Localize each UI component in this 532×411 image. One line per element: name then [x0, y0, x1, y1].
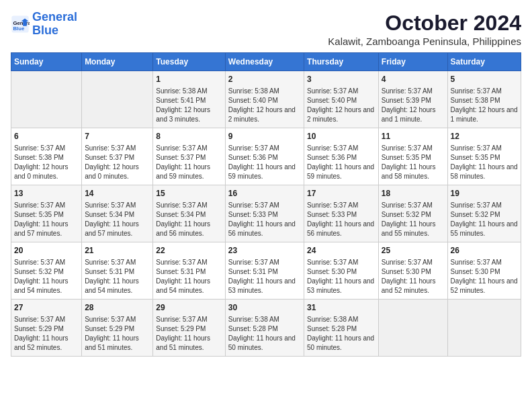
- calendar-cell: 8Sunrise: 5:37 AMSunset: 5:37 PMDaylight…: [153, 128, 225, 185]
- day-info: Sunset: 5:32 PM: [14, 267, 79, 277]
- page-subtitle: Kalawit, Zamboanga Peninsula, Philippine…: [328, 36, 521, 47]
- day-number: 26: [451, 245, 518, 257]
- day-info: Daylight: 11 hours and 59 minutes.: [228, 163, 301, 181]
- calendar-header-row: SundayMondayTuesdayWednesdayThursdayFrid…: [11, 53, 521, 71]
- day-info: Sunset: 5:36 PM: [228, 153, 301, 163]
- page-title: October 2024: [328, 11, 521, 36]
- week-row-1: 1Sunrise: 5:38 AMSunset: 5:41 PMDaylight…: [11, 71, 521, 128]
- calendar-cell: 11Sunrise: 5:37 AMSunset: 5:35 PMDayligh…: [378, 128, 447, 185]
- day-number: 17: [307, 188, 375, 199]
- calendar-cell: 29Sunrise: 5:37 AMSunset: 5:29 PMDayligh…: [153, 300, 225, 357]
- day-info: Daylight: 11 hours and 53 minutes.: [307, 277, 375, 295]
- week-row-3: 13Sunrise: 5:37 AMSunset: 5:35 PMDayligh…: [11, 185, 521, 242]
- day-info: Daylight: 11 hours and 57 minutes.: [85, 220, 150, 238]
- day-number: 16: [228, 188, 301, 199]
- calendar-cell: 15Sunrise: 5:37 AMSunset: 5:34 PMDayligh…: [153, 185, 225, 242]
- day-info: Sunset: 5:28 PM: [228, 324, 301, 334]
- header-saturday: Saturday: [447, 53, 521, 71]
- svg-text:Blue: Blue: [13, 26, 25, 32]
- calendar-cell: 26Sunrise: 5:37 AMSunset: 5:30 PMDayligh…: [447, 242, 521, 300]
- day-info: Sunrise: 5:37 AM: [228, 201, 301, 210]
- calendar-cell: 7Sunrise: 5:37 AMSunset: 5:37 PMDaylight…: [82, 128, 153, 185]
- calendar-cell: 1Sunrise: 5:38 AMSunset: 5:41 PMDaylight…: [153, 71, 225, 128]
- day-info: Daylight: 11 hours and 54 minutes.: [14, 277, 79, 295]
- calendar-cell: 9Sunrise: 5:37 AMSunset: 5:36 PMDaylight…: [225, 128, 304, 185]
- day-info: Sunset: 5:29 PM: [14, 324, 79, 334]
- day-number: 14: [85, 188, 150, 199]
- day-info: Sunset: 5:30 PM: [382, 267, 445, 277]
- day-info: Sunset: 5:30 PM: [307, 267, 375, 277]
- day-info: Sunrise: 5:37 AM: [451, 201, 518, 210]
- day-number: 25: [382, 245, 445, 257]
- calendar-cell: 20Sunrise: 5:37 AMSunset: 5:32 PMDayligh…: [11, 242, 82, 300]
- calendar-cell: 10Sunrise: 5:37 AMSunset: 5:36 PMDayligh…: [304, 128, 379, 185]
- day-info: Sunrise: 5:37 AM: [307, 87, 375, 96]
- day-info: Daylight: 11 hours and 58 minutes.: [382, 163, 445, 181]
- day-number: 3: [307, 74, 375, 85]
- day-info: Sunset: 5:37 PM: [85, 153, 150, 163]
- day-info: Sunrise: 5:37 AM: [156, 201, 222, 210]
- day-info: Sunset: 5:35 PM: [382, 153, 445, 163]
- day-number: 7: [85, 131, 150, 142]
- calendar-cell: 2Sunrise: 5:38 AMSunset: 5:40 PMDaylight…: [225, 71, 304, 128]
- day-info: Daylight: 11 hours and 50 minutes.: [228, 334, 301, 353]
- calendar-cell: [447, 300, 521, 357]
- day-info: Sunrise: 5:37 AM: [451, 144, 518, 153]
- day-number: 10: [307, 131, 375, 142]
- day-number: 18: [382, 188, 445, 199]
- day-info: Daylight: 11 hours and 58 minutes.: [451, 163, 518, 181]
- day-number: 13: [14, 188, 79, 199]
- day-info: Daylight: 12 hours and 0 minutes.: [14, 163, 79, 181]
- week-row-4: 20Sunrise: 5:37 AMSunset: 5:32 PMDayligh…: [11, 242, 521, 300]
- day-info: Sunrise: 5:37 AM: [382, 258, 445, 267]
- day-info: Daylight: 11 hours and 53 minutes.: [228, 277, 301, 295]
- header-sunday: Sunday: [11, 53, 82, 71]
- day-info: Daylight: 11 hours and 56 minutes.: [307, 220, 375, 238]
- logo-icon: General Blue: [11, 15, 30, 34]
- day-info: Sunrise: 5:37 AM: [156, 315, 222, 324]
- calendar-cell: 14Sunrise: 5:37 AMSunset: 5:34 PMDayligh…: [82, 185, 153, 242]
- calendar-cell: 24Sunrise: 5:37 AMSunset: 5:30 PMDayligh…: [304, 242, 379, 300]
- calendar-cell: 21Sunrise: 5:37 AMSunset: 5:31 PMDayligh…: [82, 242, 153, 300]
- day-info: Sunrise: 5:37 AM: [14, 258, 79, 267]
- calendar-cell: [82, 71, 153, 128]
- day-number: 23: [228, 245, 301, 257]
- day-number: 5: [451, 74, 518, 85]
- week-row-2: 6Sunrise: 5:37 AMSunset: 5:38 PMDaylight…: [11, 128, 521, 185]
- day-info: Daylight: 11 hours and 51 minutes.: [85, 334, 150, 353]
- day-number: 9: [228, 131, 301, 142]
- day-number: 12: [451, 131, 518, 142]
- day-info: Sunrise: 5:38 AM: [156, 87, 222, 96]
- day-info: Sunrise: 5:37 AM: [228, 144, 301, 153]
- day-info: Sunrise: 5:37 AM: [85, 315, 150, 324]
- day-info: Daylight: 12 hours and 2 minutes.: [307, 105, 375, 124]
- day-info: Sunrise: 5:37 AM: [85, 144, 150, 153]
- day-info: Sunset: 5:28 PM: [307, 324, 375, 334]
- calendar-cell: 27Sunrise: 5:37 AMSunset: 5:29 PMDayligh…: [11, 300, 82, 357]
- day-info: Sunrise: 5:38 AM: [307, 315, 375, 324]
- day-number: 22: [156, 245, 222, 257]
- day-info: Daylight: 12 hours and 1 minute.: [382, 105, 445, 124]
- day-info: Sunset: 5:32 PM: [382, 210, 445, 220]
- day-info: Daylight: 11 hours and 59 minutes.: [156, 163, 222, 181]
- day-number: 4: [382, 74, 445, 85]
- calendar-cell: 28Sunrise: 5:37 AMSunset: 5:29 PMDayligh…: [82, 300, 153, 357]
- day-number: 19: [451, 188, 518, 199]
- page-header: General Blue General Blue October 2024 K…: [11, 11, 521, 47]
- day-info: Daylight: 11 hours and 52 minutes.: [382, 277, 445, 295]
- day-info: Sunrise: 5:37 AM: [14, 201, 79, 210]
- day-info: Sunrise: 5:37 AM: [307, 258, 375, 267]
- header-wednesday: Wednesday: [225, 53, 304, 71]
- day-number: 29: [156, 302, 222, 314]
- title-area: October 2024 Kalawit, Zamboanga Peninsul…: [328, 11, 521, 47]
- day-info: Sunset: 5:41 PM: [156, 96, 222, 105]
- calendar-cell: 3Sunrise: 5:37 AMSunset: 5:40 PMDaylight…: [304, 71, 379, 128]
- header-tuesday: Tuesday: [153, 53, 225, 71]
- day-info: Sunrise: 5:37 AM: [451, 87, 518, 96]
- day-info: Sunset: 5:38 PM: [14, 153, 79, 163]
- day-info: Sunset: 5:35 PM: [451, 153, 518, 163]
- day-info: Sunrise: 5:37 AM: [156, 258, 222, 267]
- day-info: Daylight: 11 hours and 52 minutes.: [451, 277, 518, 295]
- day-info: Sunset: 5:32 PM: [451, 210, 518, 220]
- day-info: Sunset: 5:36 PM: [307, 153, 375, 163]
